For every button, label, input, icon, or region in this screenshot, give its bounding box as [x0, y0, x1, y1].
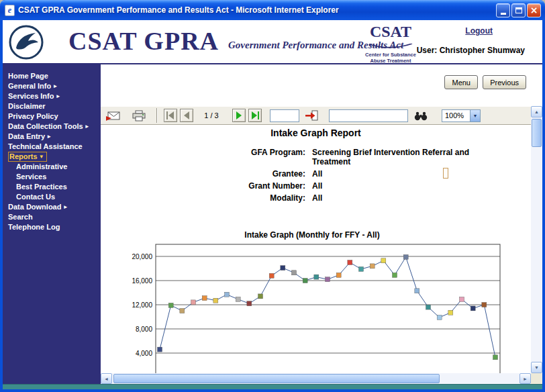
vertical-scroll-thumb[interactable]: [532, 119, 542, 147]
chart-title: Intake Graph (Monthly for FFY - All): [121, 230, 503, 240]
user-label: User: Christopher Shumway: [411, 46, 525, 55]
scroll-right-button[interactable]: ►: [519, 373, 531, 384]
sidebar-item-data-entry[interactable]: Data Entry ►: [3, 132, 101, 142]
horizontal-scrollbar[interactable]: ◄ ►: [101, 373, 531, 384]
submenu-arrow-icon: ►: [61, 204, 68, 210]
sidebar-item-best-practices[interactable]: Best Practices: [3, 182, 101, 192]
close-button[interactable]: ×: [527, 3, 541, 17]
minimize-button[interactable]: [496, 3, 510, 17]
internet-explorer-icon: e: [5, 5, 15, 16]
page-header: CSAT GPRA Government Performance and Res…: [3, 20, 542, 64]
horizontal-scroll-thumb[interactable]: [113, 374, 440, 383]
sidebar-item-reports[interactable]: Reports ▼: [3, 152, 101, 162]
logout-link[interactable]: Logout: [465, 26, 493, 36]
maximize-icon: [515, 7, 522, 13]
window-controls: ×: [496, 3, 541, 17]
brand-title: CSAT GPRA: [68, 26, 219, 56]
field-value: All: [312, 181, 322, 191]
report-field-row: Grant Number:All: [101, 181, 531, 191]
first-page-button[interactable]: [164, 109, 177, 122]
window-title: CSAT GPRA Government Performance and Res…: [18, 5, 339, 15]
sidebar-item-administrative[interactable]: Administrative: [3, 162, 101, 172]
scroll-left-button[interactable]: ◄: [101, 373, 112, 384]
sidebar-item-data-collection-tools[interactable]: Data Collection Tools ►: [3, 121, 101, 132]
goto-page-icon: [305, 110, 318, 121]
sidebar-item-privacy-policy[interactable]: Privacy Policy: [3, 111, 101, 121]
report-field-row: Modality:All: [101, 193, 531, 203]
binoculars-icon: [413, 111, 428, 121]
field-value: All: [312, 193, 322, 203]
sidebar-item-general-info[interactable]: General Info ►: [3, 81, 101, 91]
hhs-logo-icon: [8, 23, 44, 64]
content-top-bar: Menu Previous: [101, 64, 542, 106]
brand-block: CSAT GPRA Government Performance and Res…: [68, 26, 403, 56]
scroll-up-button[interactable]: ▲: [531, 106, 542, 117]
svg-text:12,000: 12,000: [132, 301, 152, 309]
maximize-button[interactable]: [511, 3, 526, 17]
minimize-icon: [501, 13, 506, 15]
field-label: GFA Program:: [101, 148, 305, 166]
sidebar-item-data-download[interactable]: Data Download ►: [3, 202, 101, 212]
sidebar-item-services[interactable]: Services: [3, 172, 101, 182]
report-fields: GFA Program:Screening Brief Intervention…: [101, 148, 531, 205]
svg-text:20,000: 20,000: [132, 253, 152, 260]
title-bar: e CSAT GPRA Government Performance and R…: [0, 0, 545, 20]
toolbar-separator: [156, 108, 158, 123]
submenu-arrow-icon: ▼: [38, 154, 44, 160]
sidebar-item-services-info[interactable]: Services Info ►: [3, 91, 101, 101]
report-field-row: GFA Program:Screening Brief Intervention…: [101, 148, 531, 166]
svg-text:8,000: 8,000: [136, 326, 152, 333]
zoom-value: 100%: [442, 111, 470, 119]
next-page-button[interactable]: [232, 109, 246, 122]
sidebar-menu: Home PageGeneral Info ►Services Info ►Di…: [3, 64, 101, 384]
search-button[interactable]: [413, 111, 428, 121]
report-field-row: Grantee:All: [101, 169, 531, 179]
print-button[interactable]: [132, 110, 146, 121]
submenu-arrow-icon: ►: [83, 124, 90, 130]
last-page-button[interactable]: [248, 109, 262, 122]
csat-swoosh-icon: [367, 44, 414, 49]
field-label: Grant Number:: [101, 181, 305, 191]
goto-page-input[interactable]: [270, 109, 299, 122]
zoom-select[interactable]: 100% ▼: [442, 109, 481, 122]
csat-logo-line2: Abuse Treatment: [362, 58, 419, 64]
field-label: Grantee:: [101, 169, 305, 179]
svg-text:16,000: 16,000: [132, 277, 152, 285]
search-text-input[interactable]: [329, 109, 408, 122]
field-value: Screening Brief Intervention Referral an…: [312, 148, 501, 166]
submenu-arrow-icon: ►: [54, 93, 60, 99]
export-envelope-icon: [106, 110, 121, 121]
sidebar-item-contact-us[interactable]: Contact Us: [3, 192, 101, 202]
field-value: All: [312, 169, 322, 179]
status-strip: [3, 384, 542, 389]
sidebar-item-telephone-log[interactable]: Telephone Log: [3, 222, 101, 232]
browser-window: e CSAT GPRA Government Performance and R…: [0, 0, 545, 392]
first-page-icon: [164, 109, 177, 121]
goto-page-button[interactable]: [305, 110, 318, 121]
sidebar-item-disclaimer[interactable]: Disclaimer: [3, 101, 101, 111]
previous-page-button[interactable]: [180, 109, 193, 122]
last-page-icon: [249, 109, 261, 121]
main-content: Menu Previous: [101, 64, 542, 384]
report-viewer-toolbar: 1 / 3: [101, 106, 531, 125]
scrollbar-corner: [531, 373, 542, 384]
export-button[interactable]: [106, 110, 121, 121]
intake-chart: 4,0008,00012,00016,00020,000: [121, 240, 503, 373]
next-page-icon: [233, 109, 245, 121]
sidebar-item-search[interactable]: Search: [3, 212, 101, 222]
field-label: Modality:: [101, 193, 305, 203]
report-title: Intake Graph Report: [101, 128, 531, 138]
previous-button[interactable]: Previous: [483, 75, 526, 89]
chevron-down-icon[interactable]: ▼: [470, 110, 480, 121]
intake-chart-canvas: 4,0008,00012,00016,00020,000: [121, 240, 503, 373]
scroll-down-button[interactable]: ▼: [531, 362, 542, 373]
sidebar-item-home-page[interactable]: Home Page: [3, 71, 101, 81]
placeholder-box: [443, 168, 448, 179]
sidebar-item-technical-assistance[interactable]: Technical Assistance: [3, 142, 101, 152]
header-right: Logout User: Christopher Shumway: [411, 24, 525, 55]
vertical-scrollbar[interactable]: ▲ ▼: [531, 106, 542, 373]
close-icon: ×: [530, 5, 538, 15]
menu-button[interactable]: Menu: [444, 75, 478, 89]
submenu-arrow-icon: ►: [45, 134, 52, 140]
printer-icon: [132, 110, 146, 121]
